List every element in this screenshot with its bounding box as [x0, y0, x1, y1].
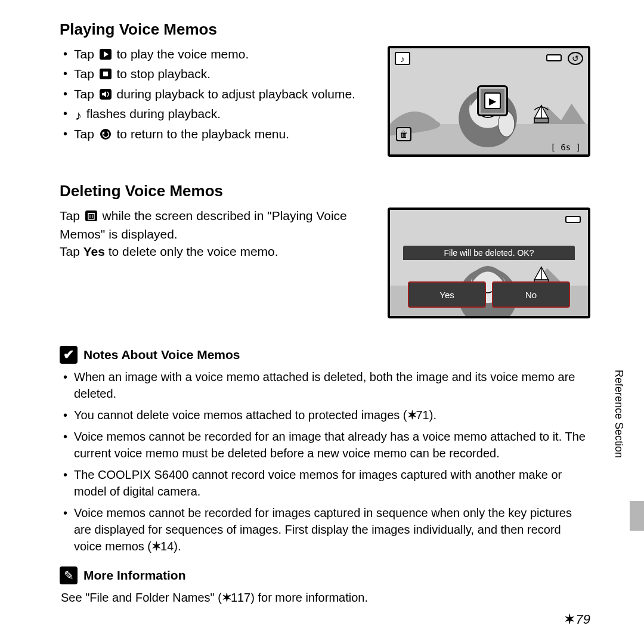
page-number: ✶ 79	[564, 612, 590, 627]
deleting-text: Tap while the screen described in "Playi…	[60, 208, 371, 260]
play-square-icon	[99, 49, 112, 63]
playing-item: Tap during playback to adjust playback v…	[60, 86, 371, 104]
deleting-line2: Tap Yes to delete only the voice memo.	[60, 243, 371, 260]
playing-list: Tap to play the voice memo.Tap to stop p…	[60, 46, 371, 144]
return-icon[interactable]: ↺	[568, 52, 583, 65]
stop-square-icon	[99, 69, 112, 82]
notes-heading: Notes About Voice Memos	[83, 348, 240, 362]
play-button[interactable]: ▶	[477, 85, 508, 116]
deleting-row: Tap while the screen described in "Playi…	[60, 208, 590, 318]
svg-rect-3	[103, 72, 108, 76]
more-info-header: ✎ More Information	[60, 566, 590, 584]
svg-point-6	[100, 129, 111, 140]
notes-item: When an image with a voice memo attached…	[60, 369, 590, 402]
notes-header: ✔ Notes About Voice Memos	[60, 346, 590, 364]
notes-section: ✔ Notes About Voice Memos When an image …	[60, 346, 590, 555]
playback-time: 6s	[550, 143, 581, 152]
more-info-body: See "File and Folder Names" (✶🔗117117) f…	[60, 589, 590, 606]
minimize-icon[interactable]	[565, 216, 581, 223]
dialog-yes-button[interactable]: Yes	[408, 281, 486, 308]
music-note-icon: ♪	[75, 109, 82, 122]
section-tab-label: Reference Section	[612, 370, 625, 458]
deleting-section: Deleting Voice Memos Tap while the scree…	[60, 182, 590, 318]
notes-item: Voice memos cannot be recorded for image…	[60, 504, 590, 555]
dialog-button-row: Yes No	[408, 281, 570, 308]
playing-item: Tap to stop playback.	[60, 66, 371, 84]
section-tab	[630, 501, 644, 531]
minimize-icon[interactable]	[546, 54, 562, 61]
playing-section: Playing Voice Memos Tap to play the voic…	[60, 20, 590, 157]
deleting-screen-col: File will be deleted. OK? Yes No	[388, 208, 590, 318]
playing-item: Tap to play the voice memo.	[60, 46, 371, 64]
notes-item: Voice memos cannot be recorded for an im…	[60, 428, 590, 462]
reference-icon: ✶	[222, 591, 231, 604]
playing-text: Tap to play the voice memo.Tap to stop p…	[60, 46, 371, 145]
reference-icon: ✶	[151, 540, 160, 553]
more-info-heading: More Information	[83, 568, 186, 583]
notes-item: The COOLPIX S6400 cannot record voice me…	[60, 466, 590, 500]
playing-item: ♪ flashes during playback.	[60, 106, 371, 125]
return-circle-icon	[99, 129, 112, 143]
playing-heading: Playing Voice Memos	[60, 20, 590, 39]
delete-dialog-message: File will be deleted. OK?	[403, 246, 575, 260]
reference-icon: ✶	[407, 408, 416, 422]
playing-screen-col: ♪ ↺ ▶ 🗑 6s	[388, 46, 590, 157]
playback-screen: ♪ ↺ ▶ 🗑 6s	[388, 46, 590, 157]
delete-confirm-screen: File will be deleted. OK? Yes No	[388, 208, 590, 318]
checkmark-icon: ✔	[60, 346, 78, 364]
music-note-icon[interactable]: ♪	[395, 52, 410, 65]
pencil-icon: ✎	[60, 566, 78, 584]
dialog-no-button[interactable]: No	[492, 281, 570, 308]
notes-list: When an image with a voice memo attached…	[60, 369, 590, 555]
playing-row: Tap to play the voice memo.Tap to stop p…	[60, 46, 590, 157]
trash-icon-inline	[85, 210, 98, 224]
svg-rect-14	[534, 118, 548, 123]
playing-item: Tap to return to the playback menu.	[60, 126, 371, 144]
notes-item: You cannot delete voice memos attached t…	[60, 407, 590, 423]
trash-icon[interactable]: 🗑	[396, 127, 411, 141]
deleting-line1: Tap while the screen described in "Playi…	[60, 208, 371, 243]
reference-glyph-icon: ✶	[564, 612, 574, 627]
deleting-heading: Deleting Voice Memos	[60, 182, 590, 200]
volume-icon	[99, 89, 112, 103]
more-info-section: ✎ More Information See "File and Folder …	[60, 566, 590, 606]
